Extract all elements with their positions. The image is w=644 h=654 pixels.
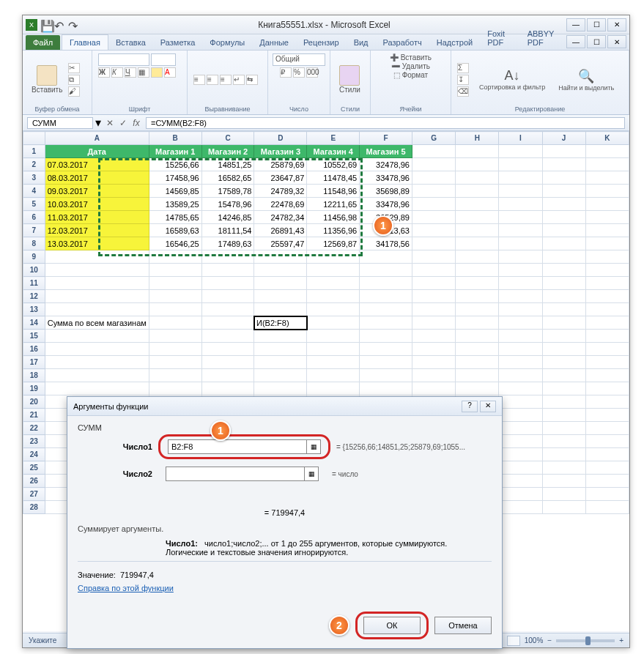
cell-I20[interactable] [499,395,542,409]
cell-C1[interactable]: Магазин 2 [201,145,254,158]
tab-data[interactable]: Данные [252,35,296,50]
col-header-C[interactable]: C [201,132,254,145]
cell-B6[interactable]: 14785,65 [149,211,201,224]
cell-A9[interactable] [45,250,149,264]
cell-A10[interactable] [45,264,149,277]
cell-G16[interactable] [412,343,455,356]
autosum-icon[interactable]: Σ [457,63,469,73]
row-header-23[interactable]: 23 [23,435,45,448]
cell-G2[interactable] [412,158,455,171]
cell-I18[interactable] [499,369,542,382]
cell-D15[interactable] [254,330,307,343]
clear-icon[interactable]: ⌫ [457,86,469,97]
cell-J8[interactable] [542,237,585,250]
cell-C17[interactable] [201,356,254,369]
cell-J7[interactable] [542,224,585,237]
ok-button[interactable]: ОК [363,617,421,634]
row-header-2[interactable]: 2 [23,158,45,171]
cell-K13[interactable] [585,303,629,316]
cell-I25[interactable] [499,461,542,475]
cell-J9[interactable] [542,250,585,264]
cell-D17[interactable] [254,356,307,369]
cell-K22[interactable] [585,422,629,435]
zoom-in-button[interactable]: + [619,636,623,644]
cell-G5[interactable] [412,198,455,211]
cell-G9[interactable] [412,250,455,264]
col-header-E[interactable]: E [307,132,360,145]
cancel-button[interactable]: Отмена [434,617,492,634]
cell-F12[interactable] [360,290,412,303]
copy-icon[interactable]: ⧉ [68,75,80,85]
cell-J28[interactable] [542,501,585,514]
cell-J5[interactable] [542,198,585,211]
formula-bar[interactable] [146,117,625,129]
row-header-4[interactable]: 4 [23,185,45,198]
row-header-20[interactable]: 20 [23,395,45,409]
maximize-button[interactable]: ☐ [587,18,606,31]
tab-foxit[interactable]: Foxit PDF [480,26,519,50]
col-header-H[interactable]: H [456,132,499,145]
cell-I14[interactable] [499,316,542,330]
help-link[interactable]: Справка по этой функции [78,584,492,592]
cell-H5[interactable] [456,198,499,211]
cell-C5[interactable]: 15478,96 [201,198,254,211]
cell-I3[interactable] [499,171,542,185]
row-header-3[interactable]: 3 [23,171,45,185]
cell-I1[interactable] [499,145,542,158]
cell-B18[interactable] [149,369,201,382]
percent-icon[interactable]: % [293,67,305,78]
cell-K28[interactable] [585,501,629,514]
cell-A7[interactable]: 12.03.2017 [45,224,149,237]
cell-H16[interactable] [456,343,499,356]
row-header-13[interactable]: 13 [23,303,45,316]
cell-J27[interactable] [542,488,585,501]
format-cells-button[interactable]: ⬚ Формат [393,71,428,79]
cell-J22[interactable] [542,422,585,435]
cell-A18[interactable] [45,369,149,382]
row-header-18[interactable]: 18 [23,369,45,382]
cell-I10[interactable] [499,264,542,277]
cell-A6[interactable]: 11.03.2017 [45,211,149,224]
styles-button[interactable]: Стили [336,64,363,95]
cell-D1[interactable]: Магазин 3 [254,145,307,158]
cell-F4[interactable]: 35698,89 [360,185,412,198]
cell-J4[interactable] [542,185,585,198]
tab-layout[interactable]: Разметка [153,35,203,50]
row-header-16[interactable]: 16 [23,343,45,356]
cell-I2[interactable] [499,158,542,171]
view-pagebreak-button[interactable] [507,636,520,646]
cell-F18[interactable] [360,369,412,382]
cell-J17[interactable] [542,356,585,369]
cell-I13[interactable] [499,303,542,316]
cell-E3[interactable]: 11478,45 [307,171,360,185]
cell-K12[interactable] [585,290,629,303]
row-header-15[interactable]: 15 [23,330,45,343]
cell-B19[interactable] [149,382,201,395]
cell-J25[interactable] [542,461,585,475]
close-button[interactable]: ✕ [607,18,626,31]
cell-C16[interactable] [201,343,254,356]
cell-H7[interactable] [456,224,499,237]
minimize-button[interactable]: — [566,18,585,31]
col-header-F[interactable]: F [360,132,412,145]
cell-I12[interactable] [499,290,542,303]
cell-K21[interactable] [585,409,629,422]
wrap-text-icon[interactable]: ↵ [233,75,245,85]
cell-B10[interactable] [149,264,201,277]
underline-button[interactable]: Ч [125,67,136,78]
dialog-titlebar[interactable]: Аргументы функции ? ✕ [67,397,502,416]
cell-D2[interactable]: 25879,69 [254,158,307,171]
cell-F14[interactable] [360,316,412,330]
cell-E18[interactable] [307,369,360,382]
cell-D9[interactable] [254,250,307,264]
tab-home[interactable]: Главная [62,34,108,50]
col-header-G[interactable]: G [412,132,455,145]
cell-C2[interactable]: 14851,25 [201,158,254,171]
zoom-slider[interactable] [556,639,615,642]
cell-B13[interactable] [149,303,201,316]
cell-B11[interactable] [149,277,201,290]
cell-J6[interactable] [542,211,585,224]
tab-review[interactable]: Рецензир [296,35,347,50]
cell-I17[interactable] [499,356,542,369]
cell-G8[interactable] [412,237,455,250]
